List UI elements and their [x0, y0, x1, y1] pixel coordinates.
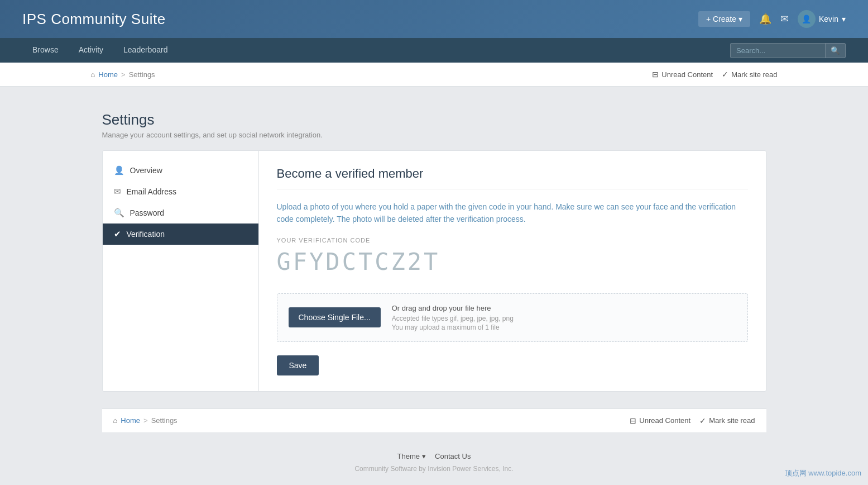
- upload-info: Or drag and drop your file here Accepted…: [392, 304, 514, 331]
- search-button[interactable]: 🔍: [825, 43, 846, 58]
- messages-icon[interactable]: ✉: [780, 13, 789, 25]
- contact-link[interactable]: Contact Us: [435, 452, 471, 460]
- breadcrumb-current: Settings: [129, 70, 155, 79]
- chevron-down-icon: ▾: [738, 15, 742, 23]
- file-types: Accepted file types gif, jpeg, jpe, jpg,…: [392, 315, 514, 322]
- nav-activity[interactable]: Activity: [69, 38, 113, 63]
- sidebar-item-overview[interactable]: 👤 Overview: [103, 160, 258, 181]
- mark-site-read-link-bottom[interactable]: ✓ Mark site read: [699, 416, 755, 425]
- main-content: Settings Manage your account settings, a…: [91, 98, 778, 408]
- verification-code: GFYDCTCZ2T: [277, 248, 748, 275]
- save-label: Save: [289, 361, 307, 370]
- contact-label: Contact Us: [435, 452, 471, 460]
- code-label: YOUR VERIFICATION CODE: [277, 237, 748, 244]
- breadcrumb-sep: >: [121, 70, 126, 79]
- home-icon-bottom: ⌂: [113, 416, 118, 425]
- main-area: Settings Manage your account settings, a…: [102, 98, 766, 408]
- user-menu[interactable]: 👤 Kevin ▾: [798, 10, 846, 28]
- sidebar-label-email: Email Address: [127, 187, 176, 196]
- breadcrumb-home[interactable]: Home: [98, 70, 118, 79]
- copyright: Community Software by Invision Power Ser…: [0, 465, 868, 473]
- breadcrumb-bottom-wrapper: ⌂ Home > Settings ⊟ Unread Content ✓ Mar…: [91, 408, 778, 433]
- create-button[interactable]: + Create ▾: [698, 11, 750, 27]
- breadcrumb-bar-top: ⌂ Home > Settings ⊟ Unread Content ✓ Mar…: [0, 63, 868, 87]
- user-chevron-icon: ▾: [842, 15, 846, 23]
- breadcrumb-top: ⌂ Home > Settings: [91, 70, 155, 79]
- breadcrumb-inner-bottom: ⌂ Home > Settings ⊟ Unread Content ✓ Mar…: [113, 409, 755, 432]
- footer-links: Theme ▾ Contact Us: [0, 452, 868, 460]
- breadcrumb-actions-bottom: ⊟ Unread Content ✓ Mark site read: [630, 416, 755, 425]
- user-name: Kevin: [819, 15, 838, 23]
- create-label: + Create: [706, 15, 736, 23]
- unread-content-link-bottom[interactable]: ⊟ Unread Content: [630, 416, 690, 425]
- sidebar-label-verification: Verification: [127, 230, 165, 239]
- settings-panel: 👤 Overview ✉ Email Address 🔍 Password ✔ …: [102, 150, 766, 392]
- mark-site-read-label-bottom: Mark site read: [709, 416, 755, 425]
- unread-icon-bottom: ⊟: [630, 416, 636, 425]
- nav-links: Browse Activity Leaderboard: [22, 38, 730, 63]
- password-icon: 🔍: [114, 208, 124, 218]
- watermark: 顶点网 www.topide.com: [785, 468, 861, 478]
- sidebar-item-password[interactable]: 🔍 Password: [103, 202, 258, 224]
- search-input[interactable]: [730, 43, 825, 58]
- theme-label: Theme: [397, 452, 420, 460]
- nav-browse[interactable]: Browse: [22, 38, 69, 63]
- section-title: Become a verified member: [277, 167, 748, 189]
- unread-content-label-top: Unread Content: [661, 70, 713, 79]
- breadcrumb-sep-bottom: >: [143, 416, 148, 425]
- breadcrumb-inner-top: ⌂ Home > Settings ⊟ Unread Content ✓ Mar…: [91, 63, 778, 86]
- settings-sidebar: 👤 Overview ✉ Email Address 🔍 Password ✔ …: [103, 151, 259, 391]
- settings-content: Become a verified member Upload a photo …: [259, 151, 766, 391]
- email-icon: ✉: [114, 187, 121, 197]
- page-title: Settings: [102, 111, 766, 129]
- nav-leaderboard[interactable]: Leaderboard: [113, 38, 178, 63]
- info-text: Upload a photo of you where you hold a p…: [277, 201, 748, 226]
- overview-icon: 👤: [114, 165, 124, 175]
- nav-bar: Browse Activity Leaderboard 🔍: [0, 38, 868, 63]
- save-button[interactable]: Save: [277, 355, 319, 375]
- avatar: 👤: [798, 10, 816, 28]
- search-icon: 🔍: [831, 46, 840, 55]
- home-icon: ⌂: [91, 70, 95, 79]
- file-upload-area: Choose Single File... Or drag and drop y…: [277, 293, 748, 342]
- max-files: You may upload a maximum of 1 file: [392, 324, 514, 331]
- unread-icon: ⊟: [652, 70, 659, 79]
- site-title: IPS Community Suite: [22, 11, 698, 28]
- theme-link[interactable]: Theme ▾: [397, 452, 426, 460]
- breadcrumb-bottom: ⌂ Home > Settings: [113, 416, 178, 425]
- breadcrumb-actions-top: ⊟ Unread Content ✓ Mark site read: [652, 70, 777, 79]
- verification-icon: ✔: [114, 229, 121, 239]
- unread-content-link-top[interactable]: ⊟ Unread Content: [652, 70, 713, 79]
- theme-chevron-icon: ▾: [422, 452, 426, 460]
- header-actions: + Create ▾ 🔔 ✉ 👤 Kevin ▾: [698, 10, 846, 28]
- check-icon-bottom: ✓: [699, 416, 706, 425]
- avatar-icon: 👤: [802, 15, 811, 23]
- notifications-icon[interactable]: 🔔: [759, 13, 771, 25]
- choose-file-button[interactable]: Choose Single File...: [289, 307, 381, 327]
- search-bar: 🔍: [730, 43, 846, 58]
- sidebar-label-overview: Overview: [130, 166, 162, 175]
- drag-drop-label: Or drag and drop your file here: [392, 304, 491, 312]
- drag-drop-text: Or drag and drop your file here: [392, 304, 514, 312]
- breadcrumb-home-bottom[interactable]: Home: [121, 416, 140, 425]
- breadcrumb-current-bottom: Settings: [151, 416, 178, 425]
- mark-site-read-link-top[interactable]: ✓ Mark site read: [722, 70, 777, 79]
- breadcrumb-bar-bottom: ⌂ Home > Settings ⊟ Unread Content ✓ Mar…: [102, 408, 766, 433]
- page-footer: Theme ▾ Contact Us Community Software by…: [0, 439, 868, 482]
- sidebar-item-verification[interactable]: ✔ Verification: [103, 224, 258, 245]
- page-subtitle: Manage your account settings, and set up…: [102, 131, 766, 139]
- unread-content-label-bottom: Unread Content: [639, 416, 690, 425]
- choose-file-label: Choose Single File...: [299, 313, 371, 322]
- top-header: IPS Community Suite + Create ▾ 🔔 ✉ 👤 Kev…: [0, 0, 868, 38]
- mark-site-read-label-top: Mark site read: [731, 70, 777, 79]
- check-icon-top: ✓: [722, 70, 728, 79]
- sidebar-label-password: Password: [130, 208, 164, 217]
- sidebar-item-email[interactable]: ✉ Email Address: [103, 181, 258, 202]
